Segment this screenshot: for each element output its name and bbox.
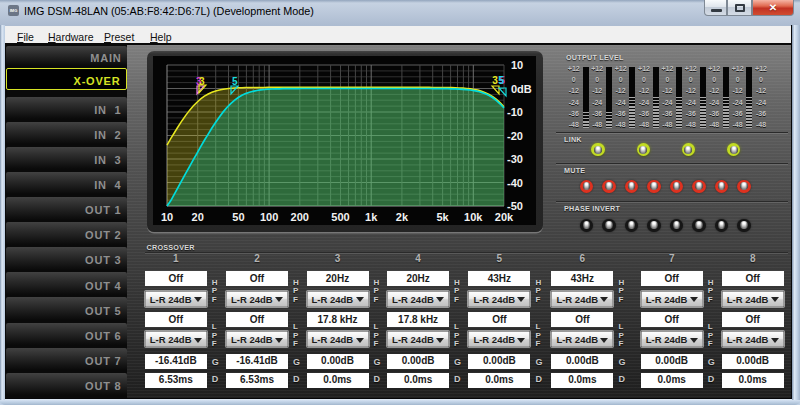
svg-text:5: 5 xyxy=(498,75,504,86)
svg-text:5k: 5k xyxy=(436,211,449,223)
svg-text:100: 100 xyxy=(260,211,278,223)
svg-text:50: 50 xyxy=(232,211,244,223)
svg-text:10: 10 xyxy=(511,59,523,71)
svg-text:10k: 10k xyxy=(464,211,483,223)
svg-text:5: 5 xyxy=(232,76,238,87)
svg-text:10: 10 xyxy=(161,211,173,223)
svg-text:-10: -10 xyxy=(507,106,523,118)
svg-text:-40: -40 xyxy=(507,177,523,189)
svg-text:200: 200 xyxy=(291,211,309,223)
svg-text:500: 500 xyxy=(331,211,349,223)
svg-text:-50: -50 xyxy=(507,200,523,212)
svg-text:2k: 2k xyxy=(396,211,409,223)
svg-text:1k: 1k xyxy=(365,211,378,223)
svg-text:-20: -20 xyxy=(507,130,523,142)
svg-text:20k: 20k xyxy=(495,211,514,223)
svg-text:-30: -30 xyxy=(507,153,523,165)
svg-text:0dB: 0dB xyxy=(511,83,532,95)
svg-text:20: 20 xyxy=(192,211,204,223)
